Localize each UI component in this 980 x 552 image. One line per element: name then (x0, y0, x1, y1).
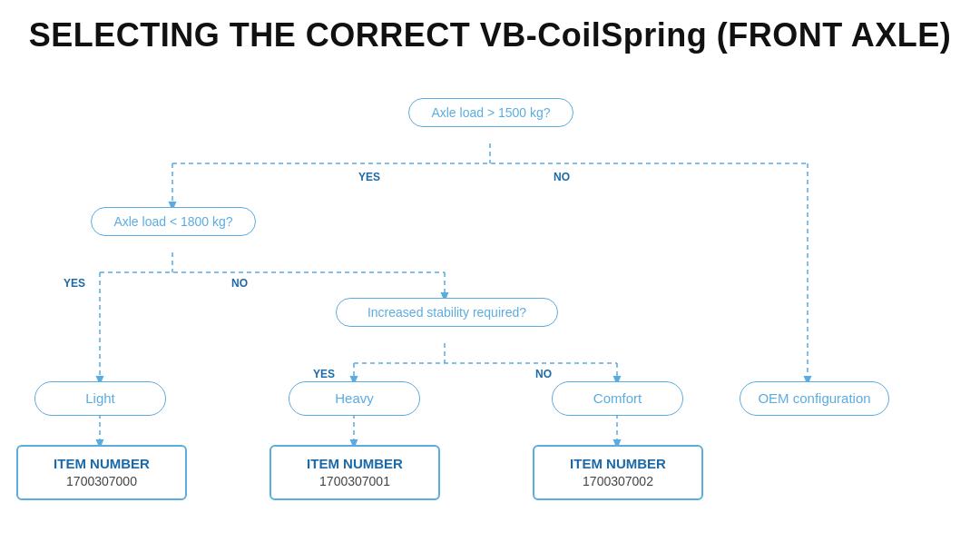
result-heavy-label: Heavy (335, 390, 374, 406)
page-title: SELECTING THE CORRECT VB-CoilSpring (FRO… (0, 0, 980, 64)
result-oem-label: OEM configuration (758, 390, 870, 406)
d2-yes-label: YES (64, 277, 85, 290)
d3-no-label: NO (535, 368, 552, 380)
decision-box-2: Axle load < 1800 kg? (91, 207, 256, 236)
decision-2-text: Axle load < 1800 kg? (113, 214, 232, 229)
result-heavy: Heavy (289, 381, 420, 416)
result-light: Light (34, 381, 166, 416)
decision-1-text: Axle load > 1500 kg? (431, 105, 550, 120)
item-box-1: ITEM NUMBER 1700307001 (270, 445, 440, 500)
diagram-area: Axle load > 1500 kg? YES NO Axle load < … (0, 73, 980, 527)
item-label-2: ITEM NUMBER (544, 454, 692, 473)
item-number-2: 1700307002 (544, 473, 692, 491)
item-box-2: ITEM NUMBER 1700307002 (533, 445, 703, 500)
result-comfort-label: Comfort (593, 390, 642, 406)
decision-3-text: Increased stability required? (368, 305, 526, 320)
item-label-0: ITEM NUMBER (27, 454, 176, 473)
d1-no-label: NO (554, 171, 570, 183)
d1-yes-label: YES (358, 171, 380, 183)
result-oem: OEM configuration (740, 381, 889, 416)
result-comfort: Comfort (552, 381, 683, 416)
decision-box-1: Axle load > 1500 kg? (408, 98, 573, 127)
d3-yes-label: YES (313, 368, 335, 380)
item-number-0: 1700307000 (27, 473, 176, 491)
item-box-0: ITEM NUMBER 1700307000 (16, 445, 187, 500)
result-light-label: Light (85, 390, 115, 406)
item-label-1: ITEM NUMBER (280, 454, 429, 473)
decision-box-3: Increased stability required? (336, 298, 558, 327)
d2-no-label: NO (231, 277, 248, 290)
item-number-1: 1700307001 (280, 473, 429, 491)
